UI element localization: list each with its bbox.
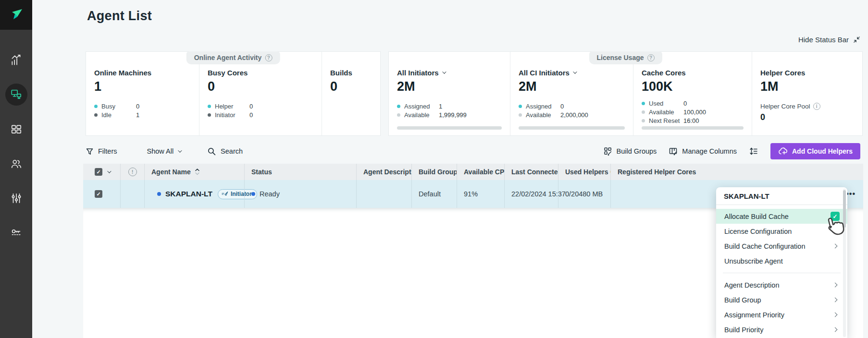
manage-columns-icon [669,147,678,156]
hide-status-bar-button[interactable]: Hide Status Bar [798,36,860,44]
all-ci-initiators-dropdown[interactable]: All CI Initiators [519,68,633,77]
legend-row: Available 2,000,000 [519,110,633,119]
row-available-cpu-cell: 91% [457,180,504,208]
table-toolbar: Filters Show All Search Build Groups [86,143,860,160]
app-logo[interactable] [0,0,32,30]
chevron-down-icon [573,70,577,73]
row-alert-cell [120,180,144,208]
sidebar-item-builds[interactable] [5,118,27,140]
legend-row: Used 0 [642,99,752,108]
sidebar-item-users[interactable] [5,153,27,175]
row-more-button[interactable]: ••• [846,190,856,198]
chevron-down-icon [442,70,446,73]
chevron-right-icon [833,327,838,332]
menu-item-build-group[interactable]: Build Group [716,292,847,307]
sliders-icon [10,192,23,205]
column-header-agent-description[interactable]: Agent Description [356,164,411,180]
column-header-registered-helper-cores[interactable]: Registered Helper Cores [610,164,863,180]
stat-value: 1 [94,79,199,94]
filters-button[interactable]: Filters [86,147,117,156]
stat-value: 0 [330,79,380,94]
row-height-button[interactable] [749,147,758,156]
add-cloud-helpers-button[interactable]: Add Cloud Helpers [770,143,860,159]
manage-columns-button[interactable]: Manage Columns [669,147,737,156]
menu-item-agent-description[interactable]: Agent Description [716,278,847,292]
column-header-available-cpu[interactable]: Available CPU [457,164,504,180]
alert-icon: ! [128,168,137,176]
menu-item-unsubscribe-agent[interactable]: Unsubscribe Agent [716,254,847,268]
column-header-status[interactable]: Status [244,164,356,180]
sidebar-item-dashboard[interactable] [5,49,27,71]
column-header-last-connected[interactable]: Last Connected [504,164,558,180]
sidebar-item-agents[interactable] [5,84,27,106]
stat-all-initiators: All Initiators 2M Assigned 1 Available 1… [389,52,510,135]
agent-context-menu: SKAPLAN-LT Allocate Build Cache ✓ Licens… [716,187,847,338]
chevron-right-icon [833,229,838,234]
chevron-right-icon [833,244,838,249]
alerts-column-header[interactable]: ! [120,164,144,180]
search-button[interactable]: Search [207,147,243,156]
legend-row: Available 1,999,999 [397,110,510,119]
menu-scrollbar-thumb[interactable] [843,190,846,228]
grid-icon [10,123,23,135]
agent-online-dot [157,192,161,196]
select-dropdown-icon[interactable] [107,169,111,173]
build-groups-button[interactable]: Build Groups [604,147,657,156]
initiator-dot [208,113,211,117]
panel-online-agent-activity: Online Agent Activity ? Online Machines … [86,51,381,136]
show-all-dropdown[interactable]: Show All [147,147,181,155]
help-icon[interactable]: ? [647,54,655,61]
panel-tab-label: Online Agent Activity [194,54,262,61]
sidebar-nav [0,49,32,244]
stat-helper-cores: Helper Cores 1M Helper Core Pool i 0 [752,52,862,135]
menu-item-assignment-priority[interactable]: Assignment Priority [716,307,847,322]
used-dot [642,102,645,105]
menu-item-license-configuration[interactable]: License Configuration [716,224,847,239]
sidebar-item-license[interactable] [5,222,27,244]
cloud-plus-icon [778,147,788,155]
stat-builds: Builds 0 [322,52,380,135]
assigned-dot [519,105,522,108]
menu-item-allocate-build-cache[interactable]: Allocate Build Cache ✓ [716,209,847,224]
page-title: Agent List [87,9,152,24]
legend-row: Initiator 0 [208,110,322,119]
available-dot [519,113,522,117]
legend-row: Busy 0 [94,102,199,110]
stat-label: Helper Cores [760,68,862,77]
hide-status-bar-label: Hide Status Bar [798,36,849,44]
chevron-right-icon [833,283,838,288]
menu-item-build-cache-configuration[interactable]: Build Cache Configuration [716,239,847,254]
busy-dot [94,105,98,108]
row-checkbox[interactable]: ✓ [95,190,102,198]
checked-checkbox-icon[interactable]: ✓ [831,212,840,221]
stat-label: Cache Cores [642,68,752,77]
table-header-row: ✓ ! Agent Name Status Agent Description … [83,164,863,180]
legend-row: Idle 1 [94,110,199,119]
row-select-cell: ✓ [83,180,120,208]
all-initiators-dropdown[interactable]: All Initiators [397,68,510,77]
info-icon[interactable]: i [813,103,820,110]
row-height-icon [749,147,758,156]
select-all-checkbox[interactable]: ✓ [95,168,102,176]
stat-busy-cores: Busy Cores 0 Helper 0 Initiator 0 [199,52,322,135]
panel-tab-license-usage: License Usage ? [589,51,662,64]
status-bar: Online Agent Activity ? Online Machines … [86,51,863,136]
stat-value: 0 [208,79,322,94]
row-last-connected-cell: 22/02/2024 15:37 [504,180,558,208]
column-header-agent-name[interactable]: Agent Name [144,164,244,180]
helper-core-pool-value: 0 [760,112,862,122]
sidebar-item-settings[interactable] [5,187,27,209]
row-agent-description-cell [356,180,411,208]
context-menu-title: SKAPLAN-LT [716,187,847,205]
column-header-used-helpers[interactable]: Used Helpers Ca... [558,164,610,180]
row-agent-name-cell: SKAPLAN-LT Initiator [144,180,244,208]
column-header-build-group[interactable]: Build Group [411,164,457,180]
chevron-right-icon [833,298,838,302]
stat-cache-cores: Cache Cores 100K Used 0 Available 100,00… [633,52,752,135]
menu-divider [723,273,841,273]
menu-item-build-priority[interactable]: Build Priority [716,322,847,337]
search-icon [207,147,216,156]
stat-label: Busy Cores [208,68,322,77]
incredibuild-logo-icon [9,7,24,23]
help-icon[interactable]: ? [265,54,272,61]
